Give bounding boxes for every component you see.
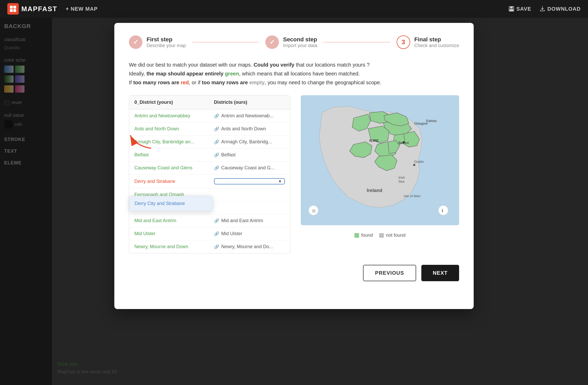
step2-labels: Second step Import your data bbox=[283, 36, 317, 48]
row-yours-text: Causeway Coast and Glens bbox=[134, 165, 205, 171]
svg-text:Edinbu: Edinbu bbox=[426, 119, 437, 123]
svg-rect-0 bbox=[10, 6, 13, 9]
row-ours-cell: 🔗 Antrim and Newtownab... bbox=[214, 113, 285, 119]
svg-rect-2 bbox=[10, 9, 13, 12]
dropdown-popup[interactable]: Derry City and Strabane bbox=[129, 196, 212, 211]
step-1: ✓ First step Describe your map bbox=[129, 35, 186, 49]
next-button[interactable]: NEXT bbox=[421, 265, 459, 281]
link-icon: 🔗 bbox=[214, 113, 219, 118]
link-icon: 🔗 bbox=[214, 126, 219, 131]
link-icon: 🔗 bbox=[214, 231, 219, 236]
row-ours-cell: 🔗 Armagh City, Banbridg... bbox=[214, 139, 285, 145]
table-row: Derry and Strabane ▼ bbox=[129, 175, 290, 188]
logo-text: MAPFAST bbox=[21, 5, 57, 13]
save-button[interactable]: SAVE bbox=[509, 6, 531, 12]
row-ours-cell: 🔗 Mid Ulster bbox=[214, 231, 285, 236]
step-2: ✓ Second step Import your data bbox=[265, 35, 317, 49]
row-yours-text: Mid Ulster bbox=[134, 231, 205, 236]
map-area: Glasgow Edinbu N.IRE. Belfast Ireland Ir… bbox=[301, 95, 459, 241]
logo: MAPFAST bbox=[7, 3, 57, 15]
step3-title: Final step bbox=[414, 36, 459, 43]
download-icon bbox=[540, 6, 545, 12]
svg-text:N.IRE.: N.IRE. bbox=[369, 139, 379, 143]
row-ours-text: Armagh City, Banbridg... bbox=[221, 139, 272, 145]
row-ours-cell: 🔗 Newry, Mourne and Do... bbox=[214, 244, 285, 249]
mapping-table: 0_District (yours) Districts (ours) Antr… bbox=[129, 95, 290, 253]
previous-button[interactable]: PREVIOUS bbox=[363, 265, 416, 281]
step1-subtitle: Describe your map bbox=[147, 43, 186, 48]
step-line-2 bbox=[323, 42, 390, 42]
row-ours-text: Ards and North Down bbox=[221, 126, 266, 132]
save-icon bbox=[509, 6, 514, 12]
download-button[interactable]: DOWNLOAD bbox=[540, 6, 581, 12]
link-icon: 🔗 bbox=[214, 165, 219, 170]
step1-title: First step bbox=[147, 36, 186, 43]
row-ours-text: Antrim and Newtownab... bbox=[221, 113, 274, 119]
instructions: We did our best to match your dataset wi… bbox=[129, 60, 459, 87]
step3-labels: Final step Check and customize bbox=[414, 36, 459, 48]
instruction-line3: If too many rows are red, or if too many… bbox=[129, 78, 459, 87]
row-yours-text: Newry, Mourne and Down bbox=[134, 244, 205, 249]
legend-found: found bbox=[354, 233, 373, 238]
dropdown-cell[interactable]: ▼ bbox=[214, 178, 285, 184]
legend-found-label: found bbox=[361, 233, 373, 238]
legend-not-found-dot bbox=[379, 233, 384, 238]
modal-overlay: ✓ First step Describe your map ✓ Second … bbox=[0, 18, 588, 385]
row-yours-text: Derry and Strabane bbox=[134, 179, 205, 184]
svg-text:Isle of Man: Isle of Man bbox=[404, 194, 420, 198]
link-icon: 🔗 bbox=[214, 244, 219, 249]
modal: ✓ First step Describe your map ✓ Second … bbox=[114, 23, 474, 309]
row-ours-cell: 🔗 Mid and East Antrim bbox=[214, 218, 285, 223]
map-container: Glasgow Edinbu N.IRE. Belfast Ireland Ir… bbox=[301, 95, 459, 225]
svg-text:Sea: Sea bbox=[398, 179, 405, 183]
stepper: ✓ First step Describe your map ✓ Second … bbox=[129, 35, 459, 49]
instruction-line1: We did our best to match your dataset wi… bbox=[129, 60, 459, 69]
svg-text:Dublin: Dublin bbox=[414, 160, 424, 164]
table-row: Antrim and Newtownabbey 🔗 Antrim and New… bbox=[129, 110, 290, 123]
svg-text:◎: ◎ bbox=[312, 208, 316, 213]
topbar: MAPFAST + NEW MAP SAVE DOWNLOAD bbox=[0, 0, 588, 18]
dropdown-option-derry[interactable]: Derry City and Strabane bbox=[129, 196, 212, 211]
col-yours-header: 0_District (yours) bbox=[134, 100, 205, 105]
row-ours-text: Mid Ulster bbox=[221, 231, 242, 236]
svg-point-21 bbox=[439, 206, 448, 215]
step-3: 3 Final step Check and customize bbox=[397, 35, 459, 49]
content-area: 0_District (yours) Districts (ours) Antr… bbox=[129, 95, 459, 253]
row-ours-text: Causeway Coast and G... bbox=[221, 165, 275, 171]
svg-point-12 bbox=[403, 141, 405, 143]
svg-text:Irish: Irish bbox=[398, 176, 405, 179]
step-line-1 bbox=[192, 42, 259, 42]
step2-check-icon: ✓ bbox=[270, 38, 275, 46]
row-yours-text: Mid and East Antrim bbox=[134, 218, 205, 223]
step2-title: Second step bbox=[283, 36, 317, 43]
step2-subtitle: Import your data bbox=[283, 43, 317, 48]
step1-circle: ✓ bbox=[129, 35, 142, 49]
table-row: Mid Ulster 🔗 Mid Ulster bbox=[129, 227, 290, 240]
modal-footer: PREVIOUS NEXT bbox=[129, 265, 459, 281]
row-ours-cell: 🔗 Causeway Coast and G... bbox=[214, 165, 285, 171]
row-ours-text: Belfast bbox=[221, 152, 236, 158]
svg-rect-1 bbox=[13, 6, 16, 9]
step3-circle: 3 bbox=[397, 35, 410, 49]
legend-not-found-label: not found bbox=[386, 233, 405, 238]
row-yours-text: Antrim and Newtownabbey bbox=[134, 113, 205, 119]
topbar-right: SAVE DOWNLOAD bbox=[509, 6, 581, 12]
svg-text:Glasgow: Glasgow bbox=[414, 121, 428, 125]
row-ours-cell: 🔗 Belfast bbox=[214, 152, 285, 158]
step1-labels: First step Describe your map bbox=[147, 36, 186, 48]
new-map-button[interactable]: + NEW MAP bbox=[66, 6, 98, 12]
svg-text:ℹ: ℹ bbox=[442, 208, 443, 213]
row-ours-text: Mid and East Antrim bbox=[221, 218, 263, 223]
instruction-line2: Ideally, the map should appear entirely … bbox=[129, 69, 459, 78]
table-row: Newry, Mourne and Down 🔗 Newry, Mourne a… bbox=[129, 240, 290, 253]
col-divider bbox=[210, 100, 210, 105]
row-ours-text: Newry, Mourne and Do... bbox=[221, 244, 273, 249]
red-arrow bbox=[125, 130, 156, 152]
logo-icon bbox=[7, 3, 19, 15]
legend-not-found: not found bbox=[379, 233, 405, 238]
map-svg: Glasgow Edinbu N.IRE. Belfast Ireland Ir… bbox=[301, 95, 459, 225]
link-icon: 🔗 bbox=[214, 139, 219, 144]
table-row: Mid and East Antrim 🔗 Mid and East Antri… bbox=[129, 214, 290, 227]
link-icon: 🔗 bbox=[214, 152, 219, 157]
dropdown-select[interactable] bbox=[214, 178, 285, 184]
